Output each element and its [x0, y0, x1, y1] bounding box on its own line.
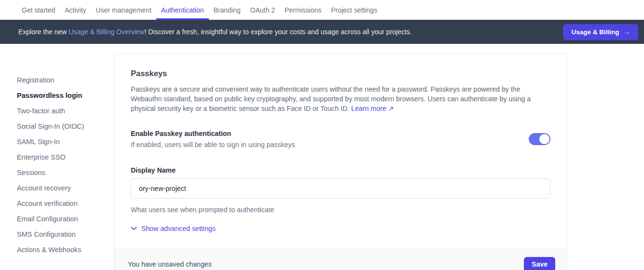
- display-name-help: What users see when prompted to authenti…: [131, 206, 550, 214]
- sidebar-item-two-factor-auth[interactable]: Two-factor auth: [17, 103, 114, 119]
- arrow-right-icon: →: [624, 28, 630, 36]
- announcement-banner: Explore the new Usage & Billing Overview…: [0, 20, 644, 44]
- toggle-knob: [539, 134, 549, 144]
- show-advanced-settings-label: Show advanced settings: [141, 225, 216, 232]
- learn-more-link[interactable]: Learn more ↗: [351, 105, 394, 112]
- sidebar-item-account-recovery[interactable]: Account recovery: [17, 180, 114, 196]
- banner-message: Explore the new Usage & Billing Overview…: [18, 28, 563, 36]
- enable-passkey-label: Enable Passkey authentication: [131, 130, 295, 137]
- external-link-icon: ↗: [388, 105, 394, 112]
- sidebar-item-registration[interactable]: Registration: [17, 72, 114, 88]
- tab-branding[interactable]: Branding: [209, 0, 246, 20]
- learn-more-label: Learn more: [351, 105, 386, 112]
- display-name-input[interactable]: [131, 178, 550, 199]
- usage-billing-button-label: Usage & Billing: [571, 28, 619, 36]
- sidebar-item-actions-webhooks[interactable]: Actions & Webhooks: [17, 242, 114, 257]
- sidebar-item-sessions[interactable]: Sessions: [17, 165, 114, 180]
- display-name-label: Display Name: [131, 166, 550, 174]
- sidebar-item-sms-configuration[interactable]: SMS Configuration: [17, 227, 114, 242]
- sidebar-item-passwordless-login[interactable]: Passwordless login: [17, 88, 114, 103]
- unsaved-changes-status: You have unsaved changes: [128, 260, 212, 268]
- banner-text-before: Explore the new: [18, 28, 69, 36]
- passkeys-settings-card: Passkeys Passkeys are a secure and conve…: [114, 53, 567, 270]
- tab-project-settings[interactable]: Project settings: [326, 0, 382, 20]
- tab-authentication[interactable]: Authentication: [156, 0, 209, 20]
- enable-passkey-row: Enable Passkey authentication If enabled…: [131, 130, 550, 148]
- tab-permissions[interactable]: Permissions: [280, 0, 326, 20]
- enable-passkey-help: If enabled, users will be able to sign i…: [131, 141, 295, 148]
- card-footer: You have unsaved changes Save: [114, 249, 567, 270]
- usage-billing-button[interactable]: Usage & Billing →: [563, 24, 638, 40]
- sidebar-item-account-verification[interactable]: Account verification: [17, 196, 114, 211]
- sidebar-item-enterprise-sso[interactable]: Enterprise SSO: [17, 149, 114, 165]
- banner-text-after: ! Discover a fresh, insightful way to ex…: [144, 28, 411, 36]
- passkeys-description: Passkeys are a secure and convenient way…: [131, 84, 550, 113]
- tab-activity[interactable]: Activity: [60, 0, 91, 20]
- tab-oauth2[interactable]: OAuth 2: [246, 0, 280, 20]
- enable-passkey-toggle[interactable]: [529, 133, 550, 145]
- usage-billing-overview-link[interactable]: Usage & Billing Overview: [69, 28, 144, 36]
- tab-user-management[interactable]: User management: [91, 0, 156, 20]
- tab-get-started[interactable]: Get started: [17, 0, 60, 20]
- show-advanced-settings-link[interactable]: Show advanced settings: [131, 225, 216, 232]
- sidebar-item-email-configuration[interactable]: Email Configuration: [17, 211, 114, 227]
- enable-passkey-text: Enable Passkey authentication If enabled…: [131, 130, 295, 148]
- top-nav: Get started Activity User management Aut…: [0, 0, 644, 20]
- chevron-down-icon: [131, 227, 137, 230]
- save-button[interactable]: Save: [524, 257, 555, 270]
- passkeys-description-text: Passkeys are a secure and convenient way…: [131, 85, 531, 112]
- page-title: Passkeys: [131, 69, 550, 78]
- display-name-field: Display Name What users see when prompte…: [131, 166, 550, 214]
- sidebar-item-saml-sign-in[interactable]: SAML Sign-In: [17, 134, 114, 149]
- settings-sidebar: Registration Passwordless login Two-fact…: [0, 44, 114, 257]
- sidebar-item-social-sign-in[interactable]: Social Sign-In (OIDC): [17, 119, 114, 134]
